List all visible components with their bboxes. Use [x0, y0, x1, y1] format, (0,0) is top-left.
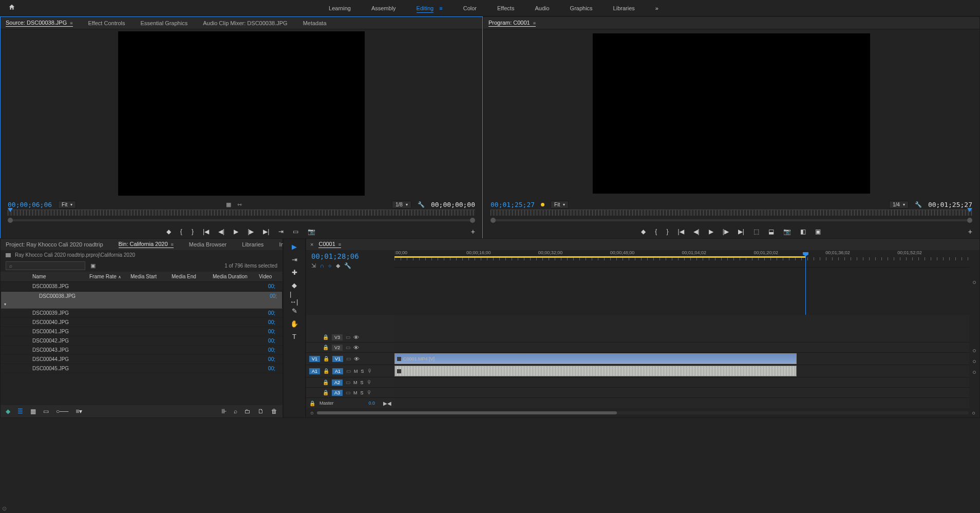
list-view-icon[interactable]: ☰ — [17, 408, 23, 415]
toggle-track-output-icon[interactable]: ▭ — [346, 390, 350, 395]
source-zoom-select[interactable]: Fit — [58, 201, 76, 208]
step-back-icon[interactable]: ◀| — [218, 228, 224, 235]
file-row[interactable]: DSC00039.JPG00; — [1, 309, 282, 318]
scrub-handle-left[interactable] — [491, 218, 496, 223]
panel-menu-icon[interactable]: ≡ — [70, 21, 72, 26]
file-row[interactable]: DSC00041.JPG00; — [1, 327, 282, 336]
lock-icon[interactable]: 🔒 — [323, 345, 329, 350]
program-timecode-in[interactable]: 00;01;25;27 — [491, 201, 535, 208]
razor-tool-icon[interactable]: ◆ — [290, 280, 299, 290]
export-frame-icon[interactable]: 📷 — [783, 228, 791, 235]
slip-tool-icon[interactable]: |↔| — [290, 293, 299, 302]
comparison-view-icon[interactable]: ◧ — [800, 228, 806, 235]
lift-icon[interactable]: ⬚ — [753, 228, 759, 235]
lock-icon[interactable]: 🔒 — [309, 401, 315, 406]
eye-icon[interactable]: 👁 — [353, 345, 359, 351]
workspace-tab-effects[interactable]: Effects — [497, 4, 514, 12]
workspace-tab-learning[interactable]: Learning — [329, 4, 351, 12]
zoom-slider[interactable]: ○── — [56, 408, 68, 415]
tab-media-browser[interactable]: Media Browser — [189, 241, 227, 248]
track-header-a3[interactable]: 🔒A3▭MS🎙 — [306, 388, 394, 398]
scrub-handle-right[interactable] — [967, 218, 972, 223]
eye-icon[interactable]: 👁 — [354, 356, 360, 362]
timeline-ruler[interactable]: :00;0000;00;16;0000;00;32;0000;00;48;000… — [394, 250, 969, 268]
home-icon[interactable] — [8, 4, 15, 12]
fx-badge-icon[interactable] — [397, 357, 401, 361]
solo-button[interactable]: S — [361, 390, 364, 395]
track-select-tool-icon[interactable]: ⇥ — [290, 255, 299, 264]
workspace-tab-assembly[interactable]: Assembly — [371, 4, 396, 12]
timeline-timecode[interactable]: 00;01;28;06 — [311, 252, 389, 260]
play-icon[interactable]: ▶ — [709, 228, 713, 235]
hand-tool-icon[interactable]: ✋ — [290, 319, 299, 328]
source-patch-v1[interactable]: V1 — [309, 356, 320, 362]
delete-icon[interactable]: 🗑 — [271, 408, 277, 415]
button-editor-icon[interactable]: + — [471, 227, 475, 236]
mark-in-icon[interactable]: { — [655, 228, 657, 235]
file-row[interactable]: DSC00045.JPG00; — [1, 364, 282, 373]
button-editor-icon[interactable]: + — [968, 227, 972, 236]
snap-icon[interactable]: ∩ — [320, 262, 324, 269]
scroll-handle-right[interactable]: ○ — [972, 410, 975, 416]
go-to-in-icon[interactable]: |◀ — [677, 228, 684, 235]
col-video[interactable]: Video — [259, 274, 279, 279]
scroll-handle-left[interactable]: ○ — [310, 410, 314, 416]
track-lane-a2[interactable] — [394, 377, 969, 388]
program-playhead-icon[interactable] — [967, 208, 972, 212]
track-header-a1[interactable]: A1🔒A1▭MS🎙 — [306, 365, 394, 377]
tab-effect-controls[interactable]: Effect Controls — [88, 20, 125, 26]
mute-button[interactable]: M — [353, 390, 357, 395]
lock-icon[interactable]: 🔒 — [323, 368, 329, 374]
timeline-zoom-scrollbar[interactable] — [317, 411, 969, 414]
workspace-overflow-icon[interactable]: » — [655, 5, 658, 11]
extract-icon[interactable]: ⬓ — [768, 228, 774, 235]
tab-libraries[interactable]: Libraries — [242, 241, 263, 248]
workspace-tab-audio[interactable]: Audio — [535, 4, 549, 12]
ripple-edit-tool-icon[interactable]: ✚ — [290, 268, 299, 277]
tab-audio-clip-mixer[interactable]: Audio Clip Mixer: DSC00038.JPG — [203, 20, 287, 26]
program-viewer[interactable] — [483, 29, 979, 198]
program-ruler[interactable] — [491, 210, 972, 216]
lock-icon[interactable]: 🔒 — [323, 334, 329, 340]
col-frame-rate[interactable]: Frame Rate ∧ — [89, 274, 130, 279]
source-timecode-in[interactable]: 00;00;06;06 — [8, 201, 52, 208]
mute-button[interactable]: M — [354, 369, 358, 374]
source-viewer[interactable] — [1, 29, 482, 198]
track-body[interactable]: C0001.MP4 [V] — [394, 315, 969, 408]
audio-clip[interactable] — [394, 366, 797, 376]
close-sequence-icon[interactable]: × — [310, 241, 313, 248]
selection-tool-icon[interactable]: ▶ — [290, 242, 299, 251]
panel-menu-icon[interactable]: ≡ — [171, 242, 174, 247]
source-playhead-icon[interactable] — [8, 208, 13, 212]
track-header-v1[interactable]: V1🔒V1▭👁 — [306, 353, 394, 365]
filter-bin-icon[interactable]: ▣ — [90, 262, 96, 269]
program-zoom-select[interactable]: Fit — [551, 201, 569, 208]
sort-icon[interactable]: ≡▾ — [76, 408, 82, 415]
find-icon[interactable]: ⌕ — [234, 408, 237, 415]
toggle-track-output-icon[interactable]: ▭ — [346, 379, 350, 385]
automate-to-sequence-icon[interactable]: ⊪ — [221, 408, 227, 415]
solo-button[interactable]: S — [361, 380, 364, 385]
voice-over-icon[interactable]: 🎙 — [367, 379, 372, 385]
work-area-bar[interactable] — [394, 256, 805, 258]
type-tool-icon[interactable]: T — [290, 332, 299, 341]
workspace-menu-icon[interactable]: ≡ — [439, 5, 442, 11]
linked-selection-icon[interactable]: ⟐ — [328, 262, 332, 269]
insert-icon[interactable]: ⇥ — [278, 228, 284, 235]
new-bin-icon[interactable]: 🗀 — [244, 408, 251, 415]
add-marker-icon[interactable]: ◆ — [166, 228, 171, 235]
track-lane-a1[interactable] — [394, 365, 969, 377]
zoom-scroll-thumb[interactable] — [317, 411, 617, 414]
mute-button[interactable]: M — [353, 380, 357, 385]
file-row[interactable]: DSC00040.JPG00; — [1, 318, 282, 327]
video-clip[interactable]: C0001.MP4 [V] — [394, 353, 797, 364]
source-ruler[interactable] — [8, 210, 475, 216]
eye-icon[interactable]: 👁 — [353, 334, 359, 340]
step-forward-icon[interactable]: |▶ — [723, 228, 729, 235]
mark-out-icon[interactable]: } — [192, 228, 194, 235]
lock-icon[interactable]: 🔒 — [323, 356, 329, 362]
pen-tool-icon[interactable]: ✎ — [290, 306, 299, 315]
source-grid-icon[interactable]: ▦ — [226, 201, 231, 208]
freeform-view-icon[interactable]: ▭ — [43, 408, 49, 415]
wrench-icon[interactable]: 🔧 — [418, 201, 425, 208]
